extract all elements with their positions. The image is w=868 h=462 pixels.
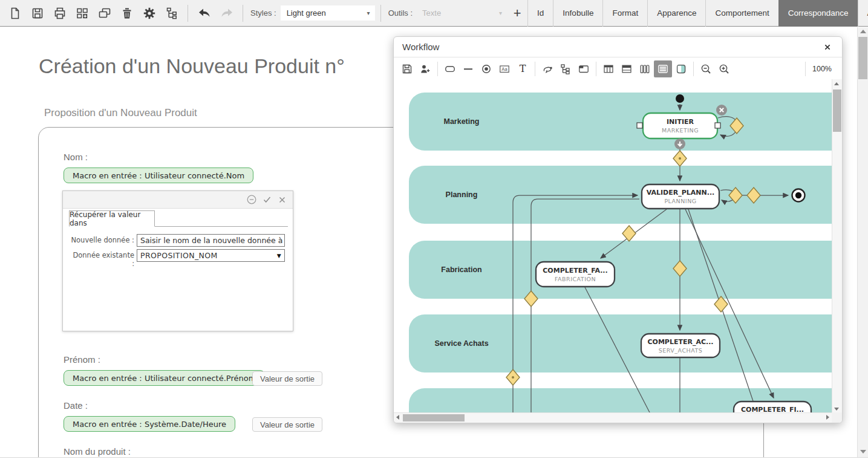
tab-infobulle[interactable]: Infobulle — [553, 0, 602, 27]
start-node[interactable] — [676, 94, 684, 103]
condition-diamond-icon[interactable] — [673, 151, 687, 166]
settings-button[interactable] — [138, 0, 160, 27]
line-icon — [462, 63, 474, 75]
condition-diamond-icon[interactable] — [622, 226, 636, 241]
wf-text-tool-button[interactable]: T — [514, 60, 532, 77]
workflow-title: Workflow — [402, 42, 439, 52]
toolbar-separator — [693, 62, 694, 76]
scroll-down-arrow[interactable] — [860, 450, 866, 454]
scrollbar-thumb[interactable] — [858, 37, 867, 79]
scrollbar-thumb[interactable] — [403, 414, 465, 421]
workflow-node[interactable]: COMPLETER_AC...SERV_ACHATS — [641, 334, 720, 357]
print-button[interactable] — [48, 0, 71, 27]
toolbar-separator — [380, 5, 381, 22]
scroll-down-arrow[interactable] — [834, 408, 839, 411]
swimlane[interactable]: Service Achats — [409, 314, 833, 373]
scroll-left-arrow[interactable] — [396, 415, 399, 420]
swimlane[interactable]: Planning — [409, 166, 833, 224]
swimlane[interactable]: Fabrication — [409, 241, 833, 299]
add-tool-button[interactable]: + — [507, 0, 527, 27]
tab-apparence[interactable]: Apparence — [647, 0, 705, 27]
swimlane[interactable]: Marketing — [409, 93, 833, 151]
nom-macro-badge[interactable]: Macro en entrée : Utilisateur connecté.N… — [64, 168, 253, 183]
workflow-node[interactable]: COMPLETER_FA...FABRICATION — [536, 262, 615, 287]
workflow-node[interactable]: INITIERMARKETING — [643, 113, 717, 138]
wf-zoom-out-button[interactable] — [697, 60, 715, 77]
new-data-input[interactable]: Saisir le nom de la nouvelle donnée à cr… — [137, 234, 285, 247]
prenom-macro-badge[interactable]: Macro en entrée : Utilisateur connecté.P… — [64, 370, 265, 386]
workflow-canvas[interactable]: MarketingPlanningFabricationService Acha… — [394, 79, 833, 414]
tab-format[interactable]: Format — [602, 0, 647, 27]
add-element-button[interactable] — [71, 0, 93, 27]
page-vertical-scrollbar[interactable] — [857, 27, 868, 457]
tab-aspnet[interactable]: ASP.NET — [858, 0, 868, 27]
tab-recuperer-valeur[interactable]: Récupérer la valeur dans — [69, 210, 155, 227]
wf-add-actor-button[interactable] — [416, 60, 434, 77]
wf-vertical-lanes-button[interactable] — [636, 60, 654, 77]
mapping-popup: Récupérer la valeur dans Nouvelle donnée… — [62, 190, 293, 331]
workflow-close-button[interactable] — [821, 41, 834, 53]
swimlane-label: Planning — [446, 190, 478, 199]
node-delete-badge[interactable] — [716, 105, 727, 116]
collapse-button[interactable] — [247, 195, 256, 204]
wf-table-rows-button[interactable] — [618, 60, 636, 77]
vertical-lanes-icon — [639, 63, 651, 75]
chevron-down-icon: ▼ — [277, 253, 281, 259]
table-rows-icon — [621, 63, 633, 75]
new-document-button[interactable] — [4, 0, 26, 27]
prenom-output-button[interactable]: Valeur de sortie — [252, 371, 322, 386]
wf-line-tool-button[interactable] — [459, 60, 477, 77]
tab-id[interactable]: Id — [527, 0, 553, 27]
selection-handle[interactable] — [715, 123, 720, 128]
wf-label-tool-button[interactable]: Aa — [495, 60, 514, 77]
selection-handle[interactable] — [637, 123, 642, 128]
styles-value: Light green — [287, 8, 326, 18]
scroll-right-arrow[interactable] — [826, 415, 829, 420]
hierarchy-button[interactable] — [160, 0, 183, 27]
workflow-panel-header[interactable]: Workflow — [394, 37, 842, 57]
save-button[interactable] — [26, 0, 48, 27]
wf-action-tool-button[interactable] — [441, 60, 459, 77]
wf-hierarchy-button[interactable] — [556, 60, 575, 77]
redo-button[interactable] — [215, 0, 238, 27]
svg-text:T: T — [520, 63, 526, 74]
wf-link-tool-button[interactable] — [538, 60, 556, 77]
existing-data-select[interactable]: PROPOSITION_NOM ▼ — [137, 249, 285, 262]
wf-table-columns-button[interactable] — [599, 60, 618, 77]
workflow-connector[interactable] — [531, 199, 639, 414]
wf-end-node-tool-button[interactable] — [477, 60, 495, 77]
theme-color-icon — [675, 63, 687, 75]
workflow-vertical-scrollbar[interactable] — [832, 79, 842, 414]
date-output-button[interactable]: Valeur de sortie — [252, 417, 322, 432]
scrollbar-thumb[interactable] — [833, 89, 841, 132]
end-node[interactable] — [792, 189, 805, 202]
close-popup-button[interactable] — [277, 195, 287, 204]
undo-button[interactable] — [193, 0, 215, 27]
tab-correspondance[interactable]: Correspondance — [778, 0, 858, 27]
workflow-horizontal-scrollbar[interactable] — [394, 412, 832, 423]
outils-dropdown[interactable]: Texte ▾ — [416, 5, 507, 21]
node-down-badge[interactable] — [674, 138, 685, 149]
duplicate-button[interactable] — [93, 0, 116, 27]
wf-theme-button[interactable] — [672, 60, 690, 77]
workflow-node[interactable]: VALIDER_PLANN...PLANNING — [642, 184, 719, 209]
workflow-connector[interactable] — [688, 209, 757, 414]
page-bottom-border — [0, 457, 868, 462]
toolbar-separator — [243, 5, 243, 22]
save-icon — [401, 63, 413, 75]
mapping-popup-header — [63, 191, 293, 209]
scroll-up-arrow[interactable] — [860, 30, 866, 33]
tab-comportement[interactable]: Comportement — [705, 0, 778, 27]
node-sublabel: PLANNING — [664, 198, 696, 204]
delete-button[interactable] — [116, 0, 138, 27]
wf-save-button[interactable] — [398, 60, 416, 77]
workflow-node[interactable]: COMPLETER_FI... — [734, 402, 811, 414]
existing-data-value: PROPOSITION_NOM — [140, 251, 218, 260]
date-macro-badge[interactable]: Macro en entrée : Système.Date/Heure — [64, 416, 235, 432]
wf-zoom-in-button[interactable] — [715, 60, 733, 77]
confirm-button[interactable] — [262, 195, 272, 204]
styles-dropdown[interactable]: Light green ▾ — [280, 5, 376, 21]
wf-lane-title-button[interactable] — [575, 60, 593, 77]
scroll-up-arrow[interactable] — [834, 82, 839, 85]
wf-horizontal-lanes-button[interactable] — [654, 60, 672, 77]
